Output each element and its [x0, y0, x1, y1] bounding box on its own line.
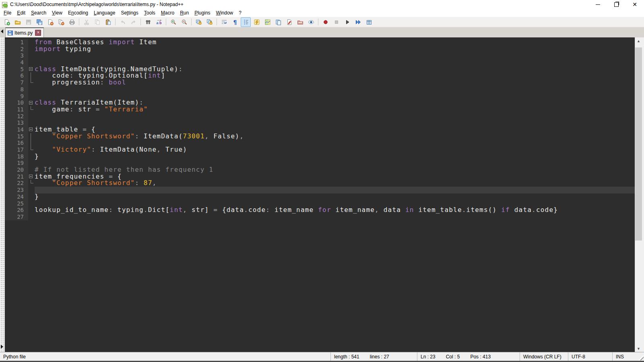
code-line-24[interactable]: 24}: [5, 193, 635, 200]
code-text[interactable]: [35, 52, 635, 59]
fold-margin[interactable]: [28, 126, 35, 133]
code-line-13[interactable]: 13: [5, 119, 635, 126]
code-text[interactable]: [35, 187, 635, 193]
record-macro-button[interactable]: [320, 17, 330, 27]
code-text[interactable]: # If not listed here then has frequency …: [35, 167, 635, 173]
code-line-18[interactable]: 18}: [5, 153, 635, 160]
restore-button[interactable]: [607, 0, 625, 9]
code-text[interactable]: [35, 119, 635, 126]
code-text[interactable]: "Copper Shortsword": ItemData(73001, Fal…: [35, 133, 635, 140]
close-all-button[interactable]: [56, 17, 66, 27]
sync-horizontal-scrolling-button[interactable]: [204, 17, 215, 27]
code-line-2[interactable]: 2import typing: [5, 46, 635, 53]
save-all-button[interactable]: [34, 17, 44, 27]
main-area: 1from BaseClasses import Item2import typ…: [0, 37, 644, 352]
save-recorded-macro-button[interactable]: [364, 17, 374, 27]
arrow-left-icon[interactable]: [1, 29, 3, 33]
fold-margin[interactable]: [28, 173, 35, 180]
menu-search[interactable]: Search: [28, 9, 49, 16]
menu-macro[interactable]: Macro: [158, 9, 177, 16]
code-text[interactable]: "Copper Shortsword": 87,: [35, 180, 635, 187]
code-line-27[interactable]: 27: [5, 214, 635, 220]
menu-view[interactable]: View: [49, 9, 65, 16]
playback-macro-button[interactable]: [342, 17, 352, 27]
user-defined-language-button[interactable]: [252, 17, 262, 27]
menu-window[interactable]: Window: [213, 9, 236, 16]
menu-language[interactable]: Language: [91, 9, 118, 16]
function-list-button[interactable]: [273, 17, 283, 27]
status-insert-mode[interactable]: INS: [613, 352, 644, 361]
code-line-8[interactable]: 8: [5, 86, 635, 93]
code-line-11[interactable]: 11 game: str = "Terraria": [5, 106, 635, 113]
code-text[interactable]: from BaseClasses import Item: [35, 39, 635, 46]
resize-grip[interactable]: [638, 355, 644, 360]
code-line-23[interactable]: 23: [5, 187, 635, 193]
tab-items-py[interactable]: Items.py×: [5, 27, 44, 37]
fold-collapse-icon[interactable]: [29, 101, 33, 105]
stop-recording-icon: [333, 19, 340, 25]
code-text[interactable]: }: [35, 153, 635, 160]
code-text[interactable]: [35, 214, 635, 220]
folder-as-workspace-button[interactable]: [295, 17, 305, 27]
fold-collapse-icon[interactable]: [29, 67, 33, 71]
zoom-out-button[interactable]: [179, 17, 189, 27]
code-text[interactable]: lookup_id_to_name: typing.Dict[int, str]…: [35, 207, 635, 214]
replace-button[interactable]: ab: [154, 17, 164, 27]
print-button[interactable]: [67, 17, 77, 27]
menu-edit[interactable]: Edit: [14, 9, 28, 16]
code-text[interactable]: "Victory": ItemData(None, True): [35, 146, 635, 153]
code-line-7[interactable]: 7 progression: bool: [5, 79, 635, 86]
new-file-button[interactable]: [2, 17, 12, 27]
vertical-scrollbar[interactable]: ▲ ▼: [635, 37, 642, 352]
scrollbar-thumb[interactable]: [635, 47, 642, 241]
find-button[interactable]: [143, 17, 153, 27]
scroll-down-arrow-icon[interactable]: ▼: [635, 345, 642, 352]
code-line-17[interactable]: 17 "Victory": ItemData(None, True): [5, 146, 635, 153]
code-line-12[interactable]: 12: [5, 113, 635, 120]
arrow-right-icon[interactable]: [1, 345, 3, 349]
menu-?[interactable]: ?: [236, 9, 244, 16]
minimize-button[interactable]: [588, 0, 607, 9]
scrollbar-track[interactable]: [635, 44, 642, 345]
editor[interactable]: 1from BaseClasses import Item2import typ…: [5, 37, 635, 352]
fold-collapse-icon[interactable]: [29, 128, 33, 131]
code-text[interactable]: [35, 113, 635, 120]
tab-close-icon[interactable]: ×: [35, 30, 41, 36]
document-map-button[interactable]: [262, 17, 272, 27]
close-button[interactable]: ✕: [625, 0, 644, 9]
status-eol-format[interactable]: Windows (CR LF): [520, 352, 568, 361]
open-file-button[interactable]: [12, 17, 23, 27]
menu-encoding[interactable]: Encoding: [65, 9, 91, 16]
close-file-button[interactable]: [45, 17, 55, 27]
paste-button[interactable]: [103, 17, 113, 27]
code-line-15[interactable]: 15 "Copper Shortsword": ItemData(73001, …: [5, 133, 635, 140]
code-text[interactable]: progression: bool: [35, 79, 635, 86]
fold-collapse-icon[interactable]: [29, 175, 33, 178]
code-text[interactable]: import typing: [35, 46, 635, 53]
menu-settings[interactable]: Settings: [118, 9, 141, 16]
fold-margin[interactable]: [28, 99, 35, 106]
fold-margin[interactable]: [28, 66, 35, 73]
monitoring-button[interactable]: [306, 17, 316, 27]
code-line-3[interactable]: 3: [5, 52, 635, 59]
sync-vertical-scrolling-button[interactable]: [194, 17, 204, 27]
show-all-characters-button[interactable]: ¶: [230, 17, 240, 27]
dock-grip-strip[interactable]: [0, 37, 5, 352]
code-line-26[interactable]: 26lookup_id_to_name: typing.Dict[int, st…: [5, 207, 635, 214]
scroll-up-arrow-icon[interactable]: ▲: [635, 37, 642, 44]
menu-file[interactable]: File: [1, 9, 14, 16]
menu-plugins[interactable]: Plugins: [192, 9, 213, 16]
code-text[interactable]: }: [35, 193, 635, 200]
menu-run[interactable]: Run: [177, 9, 192, 16]
code-text[interactable]: game: str = "Terraria": [35, 106, 635, 113]
zoom-in-button[interactable]: [168, 17, 178, 27]
code-line-22[interactable]: 22 "Copper Shortsword": 87,: [5, 180, 635, 187]
status-encoding[interactable]: UTF-8: [568, 352, 613, 361]
word-wrap-button[interactable]: [219, 17, 229, 27]
code-line-1[interactable]: 1from BaseClasses import Item: [5, 39, 635, 46]
run-macro-multiple-times-button[interactable]: [353, 17, 363, 27]
mark-style-button[interactable]: [284, 17, 294, 27]
menu-tools[interactable]: Tools: [141, 9, 158, 16]
show-indent-guide-button[interactable]: [241, 17, 251, 27]
code-text[interactable]: [35, 86, 635, 93]
